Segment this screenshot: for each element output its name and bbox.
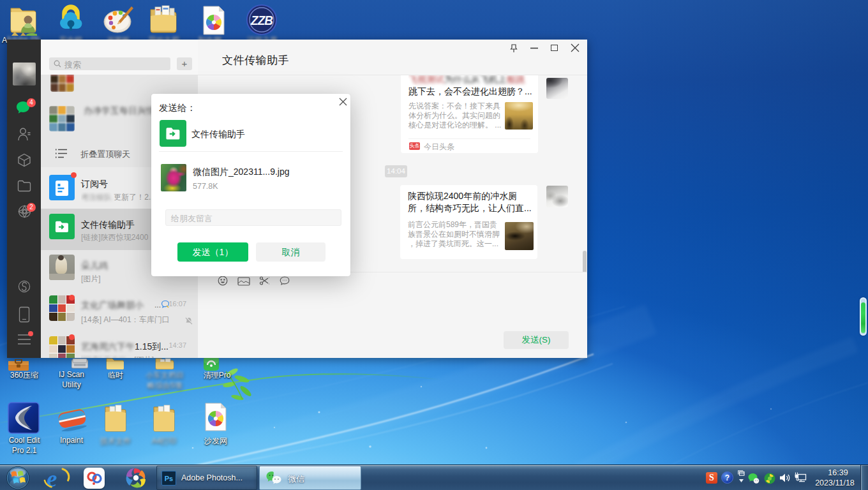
svg-text:ZZB: ZZB (250, 13, 273, 28)
